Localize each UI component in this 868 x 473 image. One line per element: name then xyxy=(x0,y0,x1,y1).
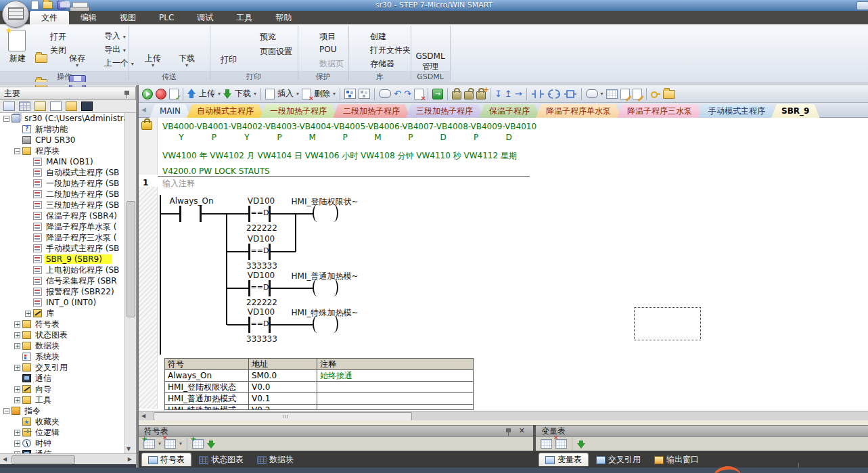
expand-icon[interactable]: + xyxy=(14,343,20,349)
contact-label[interactable]: Always_On xyxy=(164,196,219,206)
delete-icon[interactable] xyxy=(302,89,311,99)
tree-item[interactable]: −sr30 (C:\Users\Administrator\ xyxy=(0,113,124,124)
export-button[interactable]: 导出 ▾ xyxy=(104,44,126,55)
tree-item[interactable]: 二段加热子程序 (SB xyxy=(0,189,124,200)
tree-item[interactable]: 保温子程序 (SBR4) xyxy=(0,210,124,221)
scroll-left-icon[interactable]: ◀ xyxy=(141,413,145,419)
page-setup-button[interactable]: 页面设置 xyxy=(260,46,292,58)
expand-icon[interactable]: + xyxy=(14,430,20,436)
window-icon[interactable] xyxy=(3,102,15,111)
address-table-icon[interactable] xyxy=(606,89,618,99)
tree-item[interactable]: +交叉引用 xyxy=(0,362,124,373)
table-row[interactable]: Always_On SM0.0 始终接通 xyxy=(165,370,473,382)
network-symbol-table[interactable]: 符号 地址 注释 Always_On SM0.0 始终接通 HMI_登陆权限状态… xyxy=(164,358,474,410)
scrollbar-thumb[interactable] xyxy=(12,455,75,464)
editor-tab[interactable]: 手动模式主程序 xyxy=(698,104,775,118)
insert-icon[interactable] xyxy=(265,89,275,99)
coil-label[interactable]: HMI_普通加热模~ xyxy=(281,271,369,282)
tree-item[interactable]: +符号表 xyxy=(0,319,124,330)
editor-tab[interactable]: 保温子程序 xyxy=(479,104,540,118)
window-control-button[interactable] xyxy=(856,1,868,10)
scroll-right-icon[interactable]: ▶ xyxy=(128,456,132,462)
insert-row-icon[interactable] xyxy=(192,439,204,449)
open-folder-icon[interactable] xyxy=(43,1,53,9)
expand-icon[interactable]: + xyxy=(14,441,20,447)
tree-item[interactable]: −指令 xyxy=(0,405,124,416)
tree-item[interactable]: MAIN (OB1) xyxy=(0,156,124,167)
selection-rectangle[interactable] xyxy=(634,307,701,340)
pin-icon[interactable] xyxy=(505,428,511,436)
compare-value[interactable]: 222222 xyxy=(246,223,277,233)
save-dropdown-caret[interactable]: ▾ xyxy=(64,63,91,68)
insert-button[interactable]: 插入 xyxy=(277,88,294,99)
menu-tab-tools[interactable]: 工具 xyxy=(225,11,264,24)
run-icon[interactable] xyxy=(142,89,153,99)
tree-horizontal-scrollbar[interactable]: ◀ ▶ xyxy=(0,453,136,464)
table-row[interactable]: HMI_登陆权限状态 V0.0 xyxy=(165,382,473,393)
panel-tab[interactable]: 符号表 xyxy=(141,453,191,466)
branch-up-icon[interactable]: ↥ xyxy=(505,89,512,99)
editor-tab[interactable]: 二段加热子程序 xyxy=(333,104,410,118)
network-dim-icon[interactable] xyxy=(359,89,370,99)
editor-tab[interactable]: 降温子程序单水泵 xyxy=(536,104,621,118)
upload-icon[interactable] xyxy=(187,89,196,99)
tree-item[interactable]: 一段加热子程序 (SB xyxy=(0,178,124,189)
tree-item[interactable]: 通信 xyxy=(0,373,124,384)
preview-button[interactable]: 预览 xyxy=(260,31,276,43)
tree-item[interactable]: 自动模式主程序 (SB xyxy=(0,167,124,178)
collapse-icon[interactable]: − xyxy=(14,148,20,154)
header-comment-line4[interactable]: V4200.0 PW LOCK STAUTS xyxy=(162,166,636,176)
unlock-icon[interactable] xyxy=(464,91,474,99)
tree-item[interactable]: 降温子程序单水泵 ( xyxy=(0,221,124,232)
tree-item[interactable]: +通信 xyxy=(0,449,124,453)
apply-icon[interactable] xyxy=(207,440,216,449)
menu-tab-view[interactable]: 视图 xyxy=(108,11,147,24)
gsdml-manage-button[interactable]: GSDML xyxy=(411,51,450,61)
add-variable-icon[interactable] xyxy=(541,439,552,449)
tree-item[interactable]: 上电初始化程序 (SB xyxy=(0,265,124,275)
compare-operand[interactable]: VD100 xyxy=(241,196,281,206)
coil-label[interactable]: HMI_特殊加热模~ xyxy=(281,307,369,319)
table-icon[interactable] xyxy=(19,102,30,111)
tree-item[interactable]: +向导 xyxy=(0,384,124,395)
print-button[interactable]: 打印 xyxy=(215,54,242,66)
tree-item[interactable]: INT_0 (INT0) xyxy=(0,297,124,308)
upload-toolbar-button[interactable]: 上传 xyxy=(199,88,215,99)
open-button[interactable]: 打开 xyxy=(50,31,66,43)
tree-item[interactable]: 收藏夹 xyxy=(0,416,124,427)
library-create-button[interactable]: 创建 xyxy=(370,31,386,43)
monitor-icon[interactable] xyxy=(81,102,93,111)
panel-tab[interactable]: 输出窗口 xyxy=(648,453,705,466)
tree-item[interactable]: 系统块 xyxy=(0,351,124,362)
expand-icon[interactable]: + xyxy=(14,365,20,371)
branch-right-icon[interactable]: → xyxy=(515,89,522,99)
editor-horizontal-scrollbar[interactable]: ◀ xyxy=(139,411,868,420)
book-icon[interactable] xyxy=(35,102,46,111)
editor-tab[interactable]: 自动模式主程序 xyxy=(187,104,264,118)
apply-icon[interactable] xyxy=(577,440,586,449)
lock-add-icon[interactable] xyxy=(476,91,486,99)
download-toolbar-button[interactable]: 下载 xyxy=(235,88,251,99)
panel-tab[interactable]: 变量表 xyxy=(539,453,589,466)
lock-icon[interactable] xyxy=(452,91,461,99)
tree-item[interactable]: +时钟 xyxy=(0,438,124,449)
stop-icon[interactable] xyxy=(156,89,166,99)
key-icon[interactable] xyxy=(651,91,660,97)
protect-pou-button[interactable]: POU xyxy=(319,45,336,54)
delete-variable-icon[interactable] xyxy=(555,439,567,449)
compare-op[interactable]: ==D xyxy=(250,208,270,217)
expand-icon[interactable]: + xyxy=(14,321,20,328)
coil-label[interactable]: HMI_登陆权限状~ xyxy=(281,196,369,208)
expand-icon[interactable]: + xyxy=(14,397,20,403)
delete-button[interactable]: 删除 xyxy=(314,88,330,99)
table-row[interactable]: HMI_普通加热模式 V0.1 xyxy=(165,393,473,405)
panel-tab[interactable]: 交叉引用 xyxy=(590,453,647,466)
close-icon[interactable]: ✕ xyxy=(519,426,525,436)
menu-tab-file[interactable]: 文件 xyxy=(30,11,69,24)
tree-vertical-scrollbar[interactable]: ▼ xyxy=(124,113,135,453)
tab-scroll-left-icon[interactable]: ◀ xyxy=(141,106,146,113)
card-icon[interactable] xyxy=(66,102,77,111)
branch-down-icon[interactable]: ↧ xyxy=(495,89,502,99)
menu-tab-edit[interactable]: 编辑 xyxy=(69,11,108,24)
library-memory-button[interactable]: 存储器 xyxy=(370,58,394,70)
